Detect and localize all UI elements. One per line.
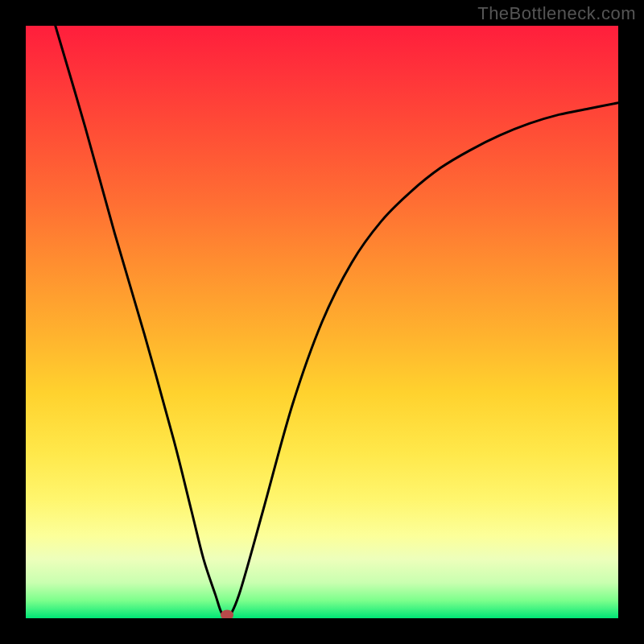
bottleneck-curve — [26, 26, 618, 618]
watermark-text: TheBottleneck.com — [477, 3, 636, 24]
curve-path — [56, 26, 618, 618]
plot-area — [26, 26, 618, 618]
optimal-point-marker — [221, 610, 233, 619]
chart-frame: TheBottleneck.com — [0, 0, 644, 644]
